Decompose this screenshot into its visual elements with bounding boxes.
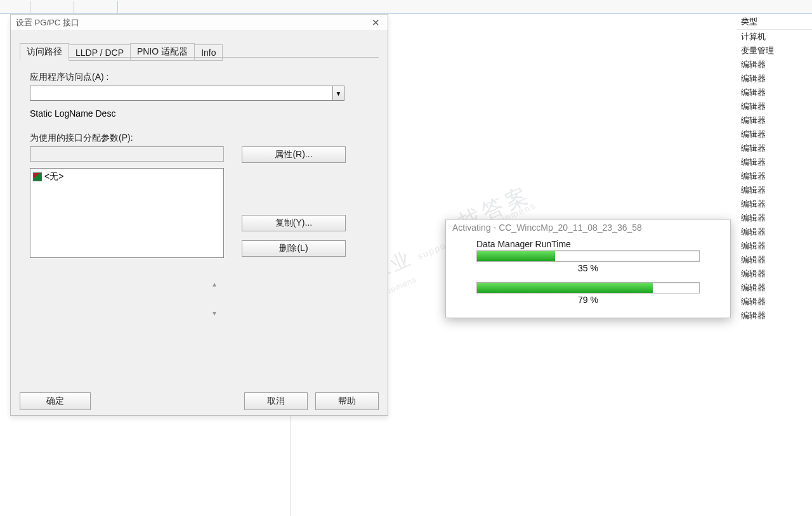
toolbar-button[interactable] bbox=[121, 1, 133, 13]
toolbar-button[interactable] bbox=[3, 1, 14, 13]
tab-access-path[interactable]: 访问路径 bbox=[20, 43, 69, 61]
type-row[interactable]: 编辑器 bbox=[737, 141, 812, 155]
tab-lldp-dcp[interactable]: LLDP / DCP bbox=[69, 44, 131, 61]
toolbar-button[interactable] bbox=[34, 1, 45, 13]
list-item[interactable]: <无> bbox=[33, 171, 221, 183]
param-value-box[interactable] bbox=[30, 146, 224, 162]
toolbar-button[interactable] bbox=[147, 1, 158, 13]
access-point-value[interactable] bbox=[30, 86, 332, 100]
progress-window-title: Activating - CC_WinccMp_20_11_08_23_36_5… bbox=[446, 220, 730, 239]
activating-progress-window: Activating - CC_WinccMp_20_11_08_23_36_5… bbox=[445, 219, 731, 318]
spin-down-icon[interactable]: ▾ bbox=[213, 309, 224, 318]
pgpc-settings-dialog: 设置 PG/PC 接口 ✕ 访问路径 LLDP / DCP PNIO 适配器 I… bbox=[10, 14, 388, 416]
toolbar-button[interactable] bbox=[46, 1, 58, 13]
toolbar-button[interactable] bbox=[103, 1, 114, 13]
toolbar-button[interactable] bbox=[59, 1, 70, 13]
delete-button[interactable]: 删除(L) bbox=[242, 240, 346, 257]
type-row[interactable]: 编辑器 bbox=[737, 127, 812, 141]
progress-bar-2-fill bbox=[477, 283, 653, 293]
ok-button[interactable]: 确定 bbox=[20, 392, 91, 410]
type-row[interactable]: 编辑器 bbox=[737, 211, 812, 225]
dialog-body: 应用程序访问点(A) : ▼ Static LogName Desc 为使用的接… bbox=[11, 60, 388, 263]
dialog-tabstrip: 访问路径 LLDP / DCP PNIO 适配器 Info bbox=[11, 31, 388, 60]
param-label: 为使用的接口分配参数(P): bbox=[30, 132, 375, 144]
tab-info[interactable]: Info bbox=[194, 44, 223, 61]
type-row[interactable]: 编辑器 bbox=[737, 295, 812, 309]
app-toolbar bbox=[0, 0, 812, 14]
interface-listbox[interactable]: <无> bbox=[30, 168, 224, 258]
type-column-header: 类型 bbox=[737, 14, 812, 30]
spin-up-icon[interactable]: ▴ bbox=[213, 280, 224, 288]
type-row[interactable]: 编辑器 bbox=[737, 281, 812, 295]
static-logname-desc: Static LogName Desc bbox=[30, 108, 375, 119]
type-row[interactable]: 编辑器 bbox=[737, 239, 812, 253]
list-spin-buttons: ▴ ▾ bbox=[213, 280, 224, 318]
toolbar-button[interactable] bbox=[134, 1, 145, 13]
tab-pnio-adapter[interactable]: PNIO 适配器 bbox=[130, 43, 195, 61]
toolbar-button[interactable] bbox=[15, 1, 27, 13]
type-row[interactable]: 编辑器 bbox=[737, 86, 812, 100]
progress-pct-1: 35 % bbox=[446, 263, 730, 273]
progress-task-label: Data Manager RunTime bbox=[446, 239, 730, 249]
progress-pct-2: 79 % bbox=[446, 295, 730, 305]
dialog-footer: 确定 取消 帮助 bbox=[11, 387, 388, 415]
interface-icon bbox=[33, 172, 42, 181]
dialog-titlebar[interactable]: 设置 PG/PC 接口 ✕ bbox=[11, 15, 388, 31]
type-row[interactable]: 编辑器 bbox=[737, 113, 812, 127]
type-row[interactable]: 编辑器 bbox=[737, 155, 812, 169]
list-item-label: <无> bbox=[44, 171, 63, 183]
type-row[interactable]: 编辑器 bbox=[737, 309, 812, 323]
type-row[interactable]: 编辑器 bbox=[737, 72, 812, 86]
toolbar-button[interactable] bbox=[90, 1, 102, 13]
type-row[interactable]: 编辑器 bbox=[737, 58, 812, 72]
type-row[interactable]: 编辑器 bbox=[737, 197, 812, 211]
copy-button[interactable]: 复制(Y)... bbox=[242, 215, 346, 231]
dropdown-icon[interactable]: ▼ bbox=[332, 86, 344, 100]
progress-bar-1 bbox=[476, 250, 700, 262]
access-point-label: 应用程序访问点(A) : bbox=[30, 72, 375, 83]
properties-button[interactable]: 属性(R)... bbox=[242, 146, 346, 163]
type-column: 类型 计算机 变量管理 编辑器 编辑器 编辑器 编辑器 编辑器 编辑器 编辑器 … bbox=[737, 14, 812, 323]
type-row[interactable]: 编辑器 bbox=[737, 225, 812, 239]
toolbar-button[interactable] bbox=[77, 1, 89, 13]
type-row[interactable]: 计算机 bbox=[737, 30, 812, 44]
progress-bar-1-fill bbox=[477, 251, 555, 261]
dialog-title: 设置 PG/PC 接口 bbox=[16, 17, 79, 29]
access-point-combo[interactable]: ▼ bbox=[30, 86, 344, 101]
help-button[interactable]: 帮助 bbox=[315, 392, 379, 410]
type-row[interactable]: 编辑器 bbox=[737, 267, 812, 281]
type-row[interactable]: 编辑器 bbox=[737, 183, 812, 197]
type-row[interactable]: 变量管理 bbox=[737, 44, 812, 58]
close-icon[interactable]: ✕ bbox=[369, 17, 383, 29]
cancel-button[interactable]: 取消 bbox=[244, 392, 308, 410]
type-row[interactable]: 编辑器 bbox=[737, 169, 812, 183]
type-row[interactable]: 编辑器 bbox=[737, 253, 812, 267]
type-row[interactable]: 编辑器 bbox=[737, 100, 812, 113]
progress-bar-2 bbox=[476, 282, 700, 293]
